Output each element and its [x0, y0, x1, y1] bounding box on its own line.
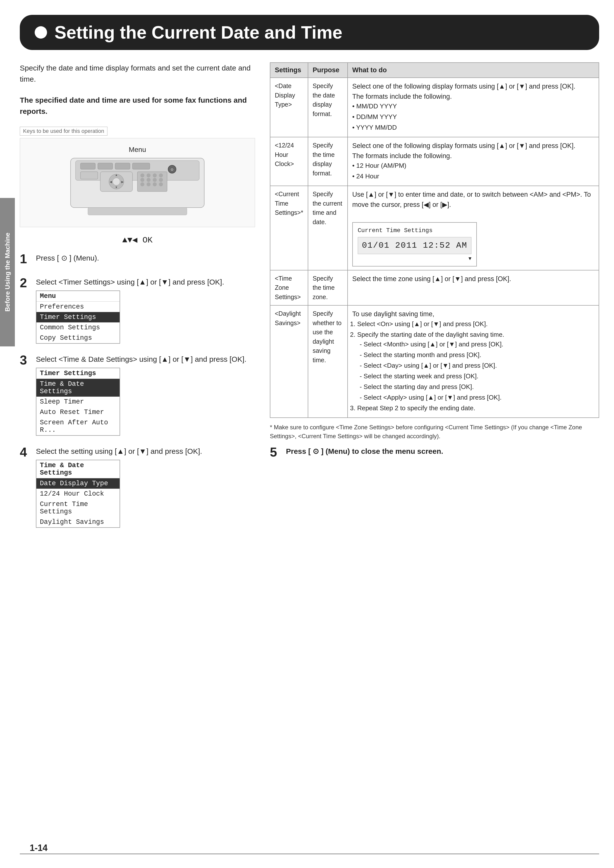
- list-item: Select <Month> using [▲] or [▼] and pres…: [360, 339, 594, 349]
- sidebar-tab: Before Using the Machine: [0, 198, 15, 346]
- setting-current-time: <Current Time Settings>*: [270, 186, 308, 270]
- list-item: Select <On> using [▲] or [▼] and press […: [357, 319, 594, 329]
- svg-text:⊙: ⊙: [171, 167, 174, 172]
- svg-point-17: [153, 182, 157, 186]
- table-row-date-display: <Date Display Type> Specify the date dis…: [270, 78, 599, 137]
- list-item: Select <Day> using [▲] or [▼] and press …: [360, 361, 594, 370]
- device-diagram: Menu: [20, 138, 255, 227]
- right-column: Settings Purpose What to do <Date Displa…: [270, 62, 599, 846]
- title-bullet: [35, 26, 47, 39]
- step-4-number: 4: [20, 446, 31, 459]
- svg-rect-3: [98, 163, 113, 169]
- step-3-menu-item-timedate: Time & Date Settings: [36, 379, 120, 397]
- time-settings-arrow: ▼: [358, 255, 472, 262]
- svg-point-8: [146, 174, 151, 177]
- step-3: 3 Select <Time & Date Settings> using [▲…: [20, 353, 255, 436]
- svg-rect-29: [88, 208, 187, 215]
- step-4-text: Select the setting using [▲] or [▼] and …: [36, 446, 255, 457]
- step-1-number: 1: [20, 253, 31, 265]
- step-2-menu-header: Menu: [36, 291, 120, 302]
- what-clock: Select one of the following display form…: [348, 137, 599, 186]
- daylight-dash-list: Select <Month> using [▲] or [▼] and pres…: [357, 339, 594, 402]
- col-purpose: Purpose: [308, 63, 348, 78]
- table-row-clock: <12/24 Hour Clock> Specify the time disp…: [270, 137, 599, 186]
- step-4-menu-item-clock: 12/24 Hour Clock: [36, 489, 120, 499]
- daylight-steps: Select <On> using [▲] or [▼] and press […: [352, 319, 594, 413]
- table-row-daylight: <Daylight Savings> Specify whether to us…: [270, 305, 599, 418]
- table-row-current-time: <Current Time Settings>* Specify the cur…: [270, 186, 599, 270]
- svg-point-22: [113, 178, 120, 185]
- purpose-timezone: Specify the time zone.: [308, 270, 348, 305]
- clock-format-list: 12 Hour (AM/PM) 24 Hour: [352, 161, 594, 181]
- step-3-menu-item-sleep: Sleep Timer: [36, 397, 120, 407]
- step-5-number: 5: [270, 446, 281, 459]
- what-current-time: Use [▲] or [▼] to enter time and date, o…: [348, 186, 599, 270]
- what-daylight: To use daylight saving time, Select <On>…: [348, 305, 599, 418]
- list-item: Repeat Step 2 to specify the ending date…: [357, 403, 594, 413]
- step-2-menu-item-preferences: Preferences: [36, 302, 120, 312]
- step-2: 2 Select <Timer Settings> using [▲] or […: [20, 276, 255, 344]
- list-item: YYYY MM/DD: [352, 123, 594, 132]
- step-4-menu: Time & Date Settings Date Display Type 1…: [36, 460, 120, 528]
- intro-text-2: The specified date and time are used for…: [20, 95, 255, 117]
- bottom-divider: [20, 854, 599, 854]
- what-timezone: Select the time zone using [▲] or [▼] an…: [348, 270, 599, 305]
- step-4-menu-item-daylight: Daylight Savings: [36, 517, 120, 527]
- settings-table: Settings Purpose What to do <Date Displa…: [270, 62, 599, 418]
- svg-point-18: [159, 182, 163, 186]
- col-what: What to do: [348, 63, 599, 78]
- svg-text:▲: ▲: [115, 173, 118, 177]
- list-item: Specify the starting date of the dayligh…: [357, 330, 594, 402]
- main-content: Setting the Current Date and Time Specif…: [20, 15, 599, 848]
- step-3-menu-item-screen: Screen After Auto R...: [36, 417, 120, 435]
- time-settings-title: Current Time Settings: [358, 226, 472, 235]
- device-svg: ▲ ▼ ◀ ▶ ⊙: [51, 151, 224, 222]
- step-3-menu: Timer Settings Time & Date Settings Slee…: [36, 368, 120, 436]
- svg-point-11: [140, 178, 145, 182]
- footnote: * Make sure to configure <Time Zone Sett…: [270, 423, 599, 441]
- step-5-text: Press [ ⊙ ] (Menu) to close the menu scr…: [286, 446, 599, 457]
- list-item: MM/DD YYYY: [352, 101, 594, 111]
- list-item: Select the starting month and press [OK]…: [360, 350, 594, 360]
- time-settings-value: 01/01 2011 12:52 AM: [358, 237, 472, 254]
- step-2-text: Select <Timer Settings> using [▲] or [▼]…: [36, 276, 255, 288]
- what-date-display: Select one of the following display form…: [348, 78, 599, 137]
- step-5-content: Press [ ⊙ ] (Menu) to close the menu scr…: [286, 446, 599, 460]
- setting-timezone: <Time Zone Settings>: [270, 270, 308, 305]
- left-column: Specify the date and time display format…: [20, 62, 255, 846]
- step-3-number: 3: [20, 353, 31, 366]
- list-item: 12 Hour (AM/PM): [352, 161, 594, 170]
- svg-text:▼: ▼: [115, 186, 118, 189]
- step-4-menu-item-current: Current Time Settings: [36, 499, 120, 517]
- svg-point-7: [140, 174, 145, 177]
- menu-label: Menu: [129, 146, 146, 153]
- sidebar-label: Before Using the Machine: [4, 232, 11, 312]
- list-item: DD/MM YYYY: [352, 112, 594, 122]
- svg-point-10: [159, 174, 163, 177]
- svg-rect-19: [81, 172, 98, 179]
- svg-text:▶: ▶: [121, 180, 124, 184]
- step-3-menu-item-autoreset: Auto Reset Timer: [36, 407, 120, 417]
- purpose-date-display: Specify the date display format.: [308, 78, 348, 137]
- step-3-content: Select <Time & Date Settings> using [▲] …: [36, 353, 255, 436]
- two-column-layout: Specify the date and time display format…: [20, 62, 599, 846]
- step-4: 4 Select the setting using [▲] or [▼] an…: [20, 446, 255, 528]
- step-4-menu-item-date-display: Date Display Type: [36, 478, 120, 489]
- step-5: 5 Press [ ⊙ ] (Menu) to close the menu s…: [270, 446, 599, 460]
- step-1: 1 Press [ ⊙ ] (Menu).: [20, 253, 255, 267]
- arrow-ok: ▲▼◀ OK: [20, 234, 255, 245]
- list-item: Select the starting week and press [OK].: [360, 371, 594, 381]
- current-time-box: Current Time Settings 01/01 2011 12:52 A…: [352, 222, 477, 267]
- list-item: 24 Hour: [352, 172, 594, 181]
- intro-text-1: Specify the date and time display format…: [20, 62, 255, 85]
- step-3-menu-header: Timer Settings: [36, 368, 120, 379]
- svg-point-15: [140, 182, 145, 186]
- svg-point-13: [153, 178, 157, 182]
- svg-rect-5: [132, 163, 150, 169]
- keys-label: Keys to be used for this operation: [20, 127, 107, 136]
- step-1-text: Press [ ⊙ ] (Menu).: [36, 253, 255, 264]
- list-item: Select the starting day and press [OK].: [360, 382, 594, 392]
- step-2-menu-item-copy: Copy Settings: [36, 333, 120, 343]
- table-row-timezone: <Time Zone Settings> Specify the time zo…: [270, 270, 599, 305]
- page-title: Setting the Current Date and Time: [54, 22, 342, 43]
